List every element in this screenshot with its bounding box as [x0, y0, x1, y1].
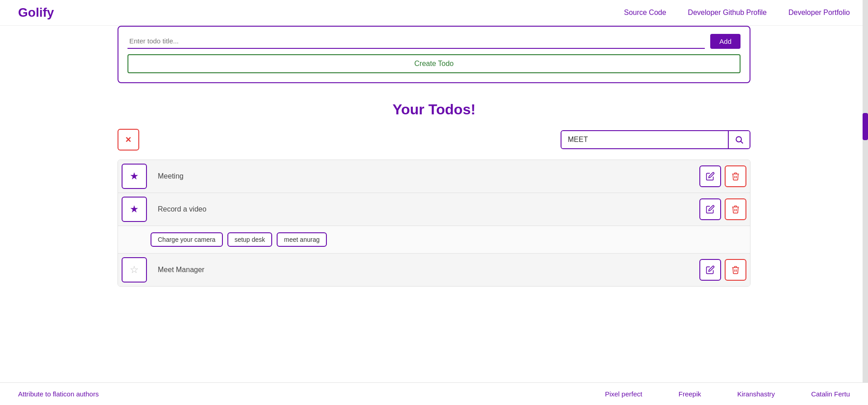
edit-icon: [706, 205, 715, 214]
footer-pixel-perfect[interactable]: Pixel perfect: [605, 390, 642, 398]
nav-github-profile[interactable]: Developer Github Profile: [688, 9, 767, 17]
create-todo-form: Add Create Todo: [118, 26, 750, 83]
trash-icon: [731, 205, 740, 214]
footer: Attribute to flaticon authors Pixel perf…: [0, 382, 868, 405]
sub-item-charge-camera[interactable]: Charge your camera: [151, 232, 223, 247]
table-row: ★ Record a video: [118, 193, 750, 254]
footer-freepik[interactable]: Freepik: [679, 390, 701, 398]
nav-portfolio[interactable]: Developer Portfolio: [788, 9, 850, 17]
table-row: ★ Meeting: [118, 160, 750, 193]
todo-title-meet-manager: Meet Manager: [151, 266, 699, 274]
action-buttons-todo-3: [699, 259, 746, 281]
star-filled-icon: ★: [130, 170, 139, 182]
search-container: [561, 130, 750, 149]
filter-row: ×: [118, 129, 750, 151]
edit-button-todo-1[interactable]: [699, 165, 721, 187]
search-input[interactable]: [561, 131, 728, 148]
todo-title-record-video: Record a video: [151, 205, 699, 213]
action-buttons-todo-2: [699, 198, 746, 220]
edit-button-todo-2[interactable]: [699, 198, 721, 220]
todo-title-input[interactable]: [127, 34, 705, 49]
trash-icon: [731, 265, 740, 274]
edit-button-todo-3[interactable]: [699, 259, 721, 281]
delete-button-todo-3[interactable]: [725, 259, 746, 281]
svg-point-0: [736, 137, 741, 142]
table-row: ☆ Meet Manager: [118, 254, 750, 286]
star-button-todo-2[interactable]: ★: [122, 197, 147, 222]
add-button[interactable]: Add: [710, 34, 741, 49]
navbar: Golify Source Code Developer Github Prof…: [0, 0, 868, 26]
scrollbar-thumb[interactable]: [863, 113, 868, 140]
todo-title-meeting: Meeting: [151, 172, 699, 180]
sub-items-row: Charge your camera setup desk meet anura…: [118, 226, 750, 253]
star-filled-icon: ★: [130, 203, 139, 215]
logo: Golify: [18, 5, 54, 20]
form-top-row: Add: [127, 34, 741, 49]
nav-source-code[interactable]: Source Code: [624, 9, 666, 17]
star-button-todo-3[interactable]: ☆: [122, 257, 147, 283]
main-content: Add Create Todo Your Todos! × ★ Meeting: [0, 26, 868, 323]
nav-links: Source Code Developer Github Profile Dev…: [624, 9, 850, 17]
scrollbar[interactable]: [863, 0, 868, 405]
delete-button-todo-1[interactable]: [725, 165, 746, 187]
section-title: Your Todos!: [118, 101, 750, 118]
x-icon: ×: [126, 134, 132, 146]
clear-filter-button[interactable]: ×: [118, 129, 139, 151]
sub-item-meet-anurag[interactable]: meet anurag: [277, 232, 327, 247]
search-icon: [735, 135, 744, 144]
svg-line-1: [741, 141, 743, 144]
footer-attribution[interactable]: Attribute to flaticon authors: [18, 390, 99, 398]
todo-list: ★ Meeting: [118, 160, 750, 287]
footer-kiranshastry[interactable]: Kiranshastry: [737, 390, 775, 398]
footer-catalin-fertu[interactable]: Catalin Fertu: [811, 390, 850, 398]
delete-button-todo-2[interactable]: [725, 198, 746, 220]
action-buttons-todo-1: [699, 165, 746, 187]
edit-icon: [706, 172, 715, 181]
star-empty-icon: ☆: [130, 264, 139, 276]
edit-icon: [706, 265, 715, 274]
trash-icon: [731, 172, 740, 181]
sub-item-setup-desk[interactable]: setup desk: [227, 232, 273, 247]
star-button-todo-1[interactable]: ★: [122, 164, 147, 189]
search-button[interactable]: [728, 131, 750, 148]
create-todo-button[interactable]: Create Todo: [127, 54, 741, 73]
